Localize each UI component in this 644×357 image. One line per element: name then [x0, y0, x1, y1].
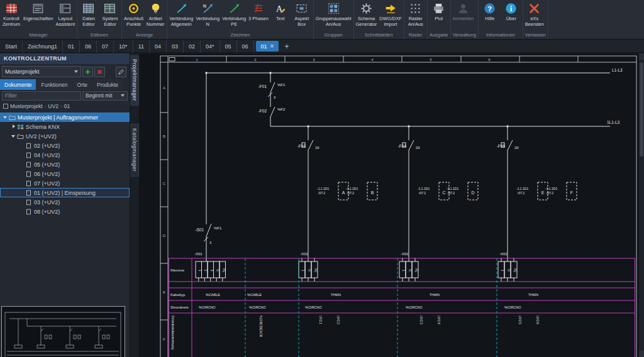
filter-input[interactable]: [2, 91, 81, 101]
ribbon-button-login-user[interactable]: Anmelden: [452, 1, 475, 22]
tree-item-6[interactable]: 06 (+UV2): [0, 169, 130, 178]
tree-item-4[interactable]: 04 (+UV2): [0, 150, 130, 160]
tab-0-Start[interactable]: Start: [0, 40, 23, 53]
svg-text:UV2.3: UV2.3: [419, 316, 423, 324]
ribbon-button-article-number[interactable]: ArtikelNummer: [145, 1, 166, 28]
tab-close-icon[interactable]: ×: [270, 43, 274, 50]
ribbon-button-connection-points[interactable]: AnschlußPunkte: [123, 1, 145, 28]
tree-item-9[interactable]: 03 (+UV2): [0, 197, 130, 207]
sidebar-tab-dokumente[interactable]: Dokumente: [0, 79, 36, 90]
tree-item-7[interactable]: 07 (+UV2): [0, 178, 130, 188]
tab-9-02[interactable]: 02: [184, 40, 201, 53]
svg-text:-F03: -F03: [297, 144, 306, 148]
tree-item-0[interactable]: Musterprojekt | Auftragsnummer: [0, 113, 130, 122]
ribbon-button-group-select[interactable]: GruppenauswahlAn/Aus: [314, 1, 353, 28]
svg-text:3: 3: [274, 96, 275, 99]
scrollbar-thumb[interactable]: [640, 62, 643, 157]
delete-project-button[interactable]: [94, 67, 105, 77]
ribbon-button-connection-n[interactable]: NVerbindungN: [194, 1, 221, 28]
ribbon-button-text[interactable]: AText: [270, 1, 291, 22]
ribbon-button-data-editor[interactable]: DatenEditor: [78, 1, 99, 28]
svg-text:UV2.6: UV2.6: [536, 316, 540, 324]
ribbon-button-plot-printer[interactable]: Plot: [428, 1, 450, 22]
svg-text:-S01: -S01: [195, 228, 204, 232]
breadcrumb-item[interactable]: UV2: [48, 103, 58, 109]
vertical-scrollbar[interactable]: [639, 53, 644, 357]
ribbon-button-control-center[interactable]: KontrollZentrum: [1, 1, 22, 28]
project-row: Musterprojekt: [0, 64, 130, 79]
filter-mode-value: Beginnt mit: [86, 92, 113, 99]
tree-item-2[interactable]: UV2 (+UV2): [0, 131, 130, 141]
tree-item-5[interactable]: 05 (+UV2): [0, 160, 130, 169]
tab-8-03[interactable]: 03: [167, 40, 184, 53]
sidebar-tab-orte[interactable]: Orte: [73, 79, 92, 90]
breadcrumb-item[interactable]: Musterprojekt: [10, 103, 43, 109]
ribbon-button-aspect-box[interactable]: AspektBox: [291, 1, 313, 28]
tree-item-8[interactable]: 01 (+UV2) | Einspeisung: [0, 188, 130, 197]
tab-5-10[interactable]: 10*: [114, 40, 133, 53]
ribbon-button-label: ArtikelNummer: [147, 16, 165, 27]
connection-pe-icon: [228, 2, 241, 15]
tab-2-01[interactable]: 01: [63, 40, 80, 53]
schematic-svg: 123456ABCDEFL1-L31L1-L33-S01%F1-F01%F13-…: [139, 53, 639, 357]
exit-icon: [528, 2, 541, 15]
document-icon: [25, 152, 32, 158]
expander-icon[interactable]: [3, 114, 8, 120]
preview-panel[interactable]: [1, 306, 125, 357]
scroll-down-arrow[interactable]: [639, 351, 644, 357]
tab-10-04[interactable]: 04*: [201, 40, 220, 53]
sidebar-tab-produkte[interactable]: Produkte: [92, 79, 123, 90]
ribbon-button-connection-general[interactable]: VerbindungAllgemein: [168, 1, 194, 28]
tree-item-label: UV2 (+UV2): [26, 133, 57, 140]
add-project-button[interactable]: [82, 67, 93, 77]
ribbon-button-schema-generator[interactable]: SchemaGenerator: [355, 1, 379, 28]
drawing-canvas[interactable]: 123456ABCDEFL1-L31L1-L33-S01%F1-F01%F13-…: [139, 53, 639, 357]
expander-icon[interactable]: [11, 124, 16, 129]
ribbon-button-system-editor[interactable]: SystemEditor: [99, 1, 121, 28]
svg-text:1: 1: [301, 270, 304, 272]
svg-text:N: N: [408, 269, 411, 272]
filter-mode-select[interactable]: Beginnt mit: [82, 91, 128, 101]
ribbon-button-help[interactable]: ?Hilfe: [479, 1, 501, 22]
scroll-up-arrow[interactable]: [639, 53, 644, 60]
tab-11-05[interactable]: 05: [220, 40, 237, 53]
ribbon-button-exit[interactable]: eXsBeenden: [524, 1, 545, 28]
sidebar-tab-funktionen[interactable]: Funktionen: [36, 79, 72, 90]
tab-1-Zeichnung1[interactable]: Zeichnung1: [23, 40, 63, 53]
breadcrumb-item[interactable]: 01: [64, 103, 70, 109]
svg-text:4: 4: [371, 57, 374, 62]
raster-grid-icon: [409, 2, 422, 15]
document-icon: [25, 171, 32, 177]
ribbon-button-layout-assistant[interactable]: LayoutAssistent: [55, 1, 76, 28]
tree-item-label: 01 (+UV2) | Einspeisung: [34, 190, 96, 196]
svg-text:THMN: THMN: [528, 293, 538, 297]
ribbon-button-dwg-dxf-import[interactable]: DWG/DXFImport: [378, 1, 402, 28]
svg-text:-1.1.1D1: -1.1.1D1: [516, 187, 528, 190]
expander-spacer: [19, 152, 25, 158]
ribbon-button-about[interactable]: iÜber: [501, 1, 522, 22]
tab-13-01[interactable]: 01×: [256, 41, 279, 52]
tree-item-label: 06 (+UV2): [34, 171, 60, 177]
tab-3-06[interactable]: 06: [80, 40, 97, 53]
tree-item-10[interactable]: 08 (+UV2): [0, 207, 130, 216]
tree-item-label: 07 (+UV2): [34, 180, 60, 187]
ribbon-button-connection-pe[interactable]: VerbindungPE: [221, 1, 247, 28]
svg-text:THMN: THMN: [430, 293, 440, 297]
tree-item-3[interactable]: 02 (+UV2): [0, 141, 130, 150]
svg-text:2: 2: [204, 270, 207, 272]
ribbon-button-raster-grid[interactable]: RasterAn/Aus: [405, 1, 426, 28]
tab-7-04[interactable]: 04: [150, 40, 167, 53]
project-select[interactable]: Musterprojekt: [2, 66, 81, 77]
side-tab-projektmanager[interactable]: Projektmanager: [130, 55, 139, 106]
tab-4-07[interactable]: 07: [97, 40, 114, 53]
svg-text:-1.1.1D1: -1.1.1D1: [447, 187, 458, 190]
ribbon-button-properties[interactable]: Eigenschaften: [22, 1, 55, 22]
side-tab-katalogmanager[interactable]: Katalogmanager: [130, 124, 139, 177]
tab-12-06[interactable]: 06: [237, 40, 254, 53]
expander-icon[interactable]: [11, 133, 16, 139]
edit-project-button[interactable]: [116, 67, 126, 77]
tab-6-11[interactable]: 11: [133, 40, 150, 53]
ribbon-button-three-phases[interactable]: 3 Phasen: [247, 1, 270, 22]
tree-item-1[interactable]: Schema KNX: [0, 122, 130, 131]
new-tab-button[interactable]: +: [280, 40, 292, 53]
